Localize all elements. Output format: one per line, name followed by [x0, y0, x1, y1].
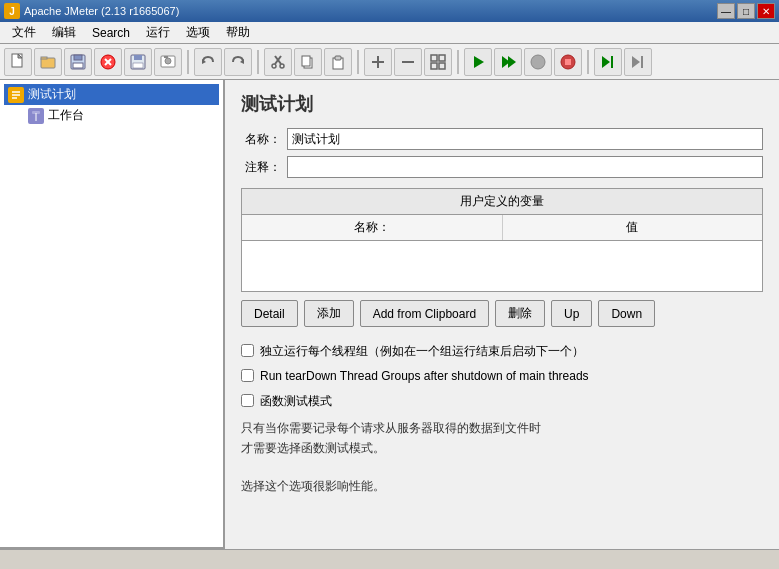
variables-title: 用户定义的变量: [242, 189, 762, 215]
svg-rect-11: [133, 63, 143, 68]
start-button[interactable]: [464, 48, 492, 76]
svg-rect-31: [439, 63, 445, 69]
toolbar: [0, 44, 779, 80]
menu-edit[interactable]: 编辑: [44, 22, 84, 43]
detail-button[interactable]: Detail: [241, 300, 298, 327]
name-row: 名称：: [241, 128, 763, 150]
svg-rect-14: [164, 56, 168, 58]
close-red-button[interactable]: [94, 48, 122, 76]
svg-rect-29: [439, 55, 445, 61]
status-text: [4, 554, 7, 566]
window-title: Apache JMeter (2.13 r1665067): [24, 5, 717, 17]
add-from-clipboard-button[interactable]: Add from Clipboard: [360, 300, 489, 327]
svg-point-20: [280, 64, 284, 68]
sep4: [457, 50, 459, 74]
tree-panel: 测试计划 工作台: [0, 80, 225, 549]
options-section: 独立运行每个线程组（例如在一个组运行结束后启动下一个） Run tearDown…: [241, 343, 763, 409]
save-templates-button[interactable]: [64, 48, 92, 76]
option-function-row: 函数测试模式: [241, 393, 763, 410]
svg-rect-30: [431, 63, 437, 69]
paste-button[interactable]: [324, 48, 352, 76]
svg-rect-37: [565, 59, 571, 65]
sep3: [357, 50, 359, 74]
restore-button[interactable]: □: [737, 3, 755, 19]
option-teardown-checkbox[interactable]: [241, 369, 254, 382]
svg-point-35: [531, 55, 545, 69]
app-icon: J: [4, 3, 20, 19]
add-node-button[interactable]: [364, 48, 392, 76]
tree-item-test-plan[interactable]: 测试计划: [4, 84, 219, 105]
svg-rect-28: [431, 55, 437, 61]
svg-rect-2: [41, 57, 47, 59]
content-title: 测试计划: [241, 92, 763, 116]
main-layout: 测试计划 工作台 测试计划 名称： 注释：: [0, 80, 779, 549]
delete-button[interactable]: 删除: [495, 300, 545, 327]
shutdown-button[interactable]: [554, 48, 582, 76]
variables-section: 用户定义的变量 名称： 值: [241, 188, 763, 292]
open-button[interactable]: [34, 48, 62, 76]
tree-item-workbench[interactable]: 工作台: [24, 105, 219, 126]
start-no-pause-button[interactable]: [494, 48, 522, 76]
variables-header: 名称： 值: [242, 215, 762, 241]
option-independent-row: 独立运行每个线程组（例如在一个组运行结束后启动下一个）: [241, 343, 763, 360]
stop-button[interactable]: [524, 48, 552, 76]
variables-body[interactable]: [242, 241, 762, 291]
workbench-icon: [28, 108, 44, 124]
svg-marker-40: [632, 56, 640, 68]
sep5: [587, 50, 589, 74]
svg-rect-24: [335, 56, 341, 60]
remote-stop-button[interactable]: [624, 48, 652, 76]
menu-file[interactable]: 文件: [4, 22, 44, 43]
svg-rect-4: [74, 55, 82, 60]
remote-start-button[interactable]: [594, 48, 622, 76]
add-button[interactable]: 添加: [304, 300, 354, 327]
window-controls: — □ ✕: [717, 3, 775, 19]
menu-run[interactable]: 运行: [138, 22, 178, 43]
comment-row: 注释：: [241, 156, 763, 178]
content-scrollable[interactable]: 测试计划 名称： 注释： 用户定义的变量 名称： 值: [225, 80, 779, 549]
svg-point-19: [272, 64, 276, 68]
menu-options[interactable]: 选项: [178, 22, 218, 43]
close-button[interactable]: ✕: [757, 3, 775, 19]
svg-rect-5: [73, 63, 83, 68]
menu-search[interactable]: Search: [84, 22, 138, 43]
cut-button[interactable]: [264, 48, 292, 76]
svg-point-13: [165, 58, 171, 64]
col-name-header: 名称：: [242, 215, 503, 240]
action-buttons: Detail 添加 Add from Clipboard 删除 Up Down: [241, 300, 763, 327]
col-value-header: 值: [503, 215, 763, 240]
expand-button[interactable]: [424, 48, 452, 76]
sep1: [187, 50, 189, 74]
option-teardown-row: Run tearDown Thread Groups after shutdow…: [241, 368, 763, 385]
down-button[interactable]: Down: [598, 300, 655, 327]
option-function-checkbox[interactable]: [241, 394, 254, 407]
minimize-button[interactable]: —: [717, 3, 735, 19]
new-button[interactable]: [4, 48, 32, 76]
status-bar: [0, 549, 779, 569]
test-plan-icon: [8, 87, 24, 103]
comment-label: 注释：: [241, 159, 281, 176]
svg-marker-34: [508, 56, 516, 68]
save-button[interactable]: [124, 48, 152, 76]
option-teardown-label: Run tearDown Thread Groups after shutdow…: [260, 368, 589, 385]
undo-button[interactable]: [194, 48, 222, 76]
name-label: 名称：: [241, 131, 281, 148]
svg-rect-10: [134, 55, 142, 60]
option-function-label: 函数测试模式: [260, 393, 332, 410]
title-bar: J Apache JMeter (2.13 r1665067) — □ ✕: [0, 0, 779, 22]
name-input[interactable]: [287, 128, 763, 150]
screenshot-button[interactable]: [154, 48, 182, 76]
test-plan-label: 测试计划: [28, 86, 76, 103]
redo-button[interactable]: [224, 48, 252, 76]
option-independent-label: 独立运行每个线程组（例如在一个组运行结束后启动下一个）: [260, 343, 584, 360]
copy-button[interactable]: [294, 48, 322, 76]
up-button[interactable]: Up: [551, 300, 592, 327]
remove-node-button[interactable]: [394, 48, 422, 76]
option-independent-checkbox[interactable]: [241, 344, 254, 357]
svg-marker-32: [474, 56, 484, 68]
svg-rect-22: [302, 56, 310, 66]
content-panel: 测试计划 名称： 注释： 用户定义的变量 名称： 值: [225, 80, 779, 549]
menu-help[interactable]: 帮助: [218, 22, 258, 43]
comment-input[interactable]: [287, 156, 763, 178]
workbench-label: 工作台: [48, 107, 84, 124]
